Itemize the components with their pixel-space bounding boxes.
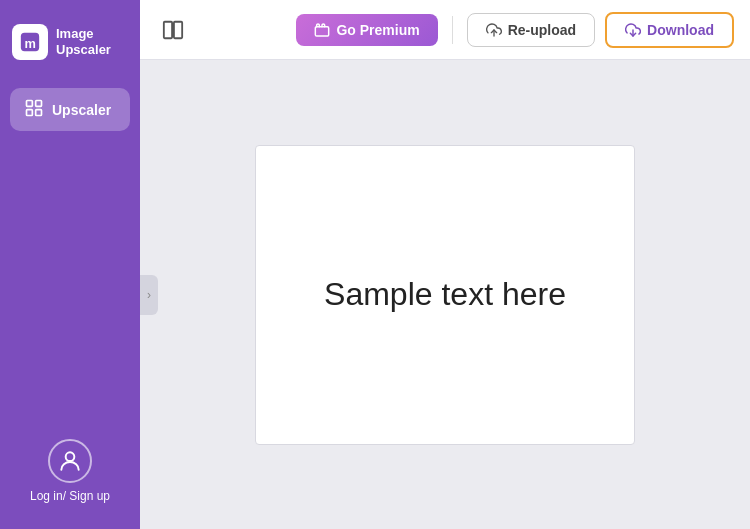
logo-area: m Image Upscaler (0, 16, 140, 68)
sidebar-nav: Upscaler (0, 88, 140, 131)
download-icon (625, 22, 641, 38)
toolbar: Go Premium Re-upload Download (140, 0, 750, 60)
download-button[interactable]: Download (605, 12, 734, 48)
sidebar-footer: Log in/ Sign up (30, 439, 110, 513)
toolbar-divider (452, 16, 453, 44)
svg-rect-2 (27, 101, 33, 107)
collapse-handle[interactable]: › (140, 275, 158, 315)
sidebar-item-label: Upscaler (52, 102, 111, 118)
svg-rect-3 (36, 101, 42, 107)
compare-icon (162, 19, 184, 41)
svg-rect-5 (36, 110, 42, 116)
go-premium-button[interactable]: Go Premium (296, 14, 437, 46)
svg-rect-8 (174, 21, 182, 38)
svg-rect-9 (316, 26, 329, 35)
svg-rect-4 (27, 110, 33, 116)
svg-point-6 (66, 452, 75, 461)
svg-rect-7 (164, 21, 172, 38)
compare-button[interactable] (156, 13, 190, 47)
canvas-area: › Sample text here (140, 60, 750, 529)
premium-icon (314, 22, 330, 38)
image-preview-card: Sample text here (255, 145, 635, 445)
toolbar-left (156, 13, 190, 47)
sidebar: m Image Upscaler Upscaler Log in (0, 0, 140, 529)
main-area: Go Premium Re-upload Download › Sample t… (140, 0, 750, 529)
logo-icon: m (12, 24, 48, 60)
avatar[interactable] (48, 439, 92, 483)
sidebar-item-upscaler[interactable]: Upscaler (10, 88, 130, 131)
sample-text: Sample text here (324, 276, 566, 313)
reupload-icon (486, 22, 502, 38)
reupload-button[interactable]: Re-upload (467, 13, 595, 47)
upscaler-nav-icon (24, 98, 44, 121)
logo-text: Image Upscaler (56, 26, 111, 57)
svg-text:m: m (25, 36, 36, 51)
login-label[interactable]: Log in/ Sign up (30, 489, 110, 503)
